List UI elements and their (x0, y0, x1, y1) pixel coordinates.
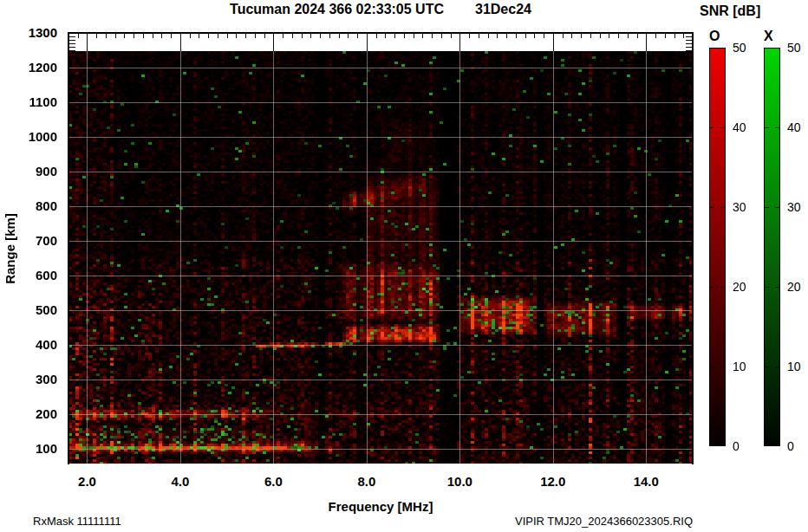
colorbar-tick-dash (775, 207, 779, 208)
colorbar-tick-label: 50 (787, 41, 808, 55)
colorbar-tick-dash (720, 127, 725, 128)
colorbar-title: SNR [dB] (700, 3, 760, 19)
colorbar-tick-dash (710, 287, 714, 288)
colorbar-tick-dash (720, 207, 725, 208)
colorbar-tick-label: 10 (787, 360, 808, 373)
x-tick-label: 14.0 (620, 474, 672, 490)
y-tick-label: 900 (12, 164, 57, 179)
colorbar-tick-label: 20 (787, 280, 808, 294)
x-axis-label: Frequency [MHz] (68, 499, 693, 514)
x-tick-label: 6.0 (247, 474, 299, 490)
plot-border-top (68, 32, 694, 34)
colorbar-tick-dash (765, 367, 769, 367)
colorbar-tick-label: 0 (787, 439, 808, 453)
colorbar-tick-label: 30 (787, 200, 808, 214)
ionogram-page: Tucuman 2024 366 02:33:05 UTC 31Dec24 13… (0, 0, 808, 532)
title-text: Tucuman 2024 366 02:33:05 UTC (230, 2, 444, 17)
x-tick-label: 8.0 (341, 474, 393, 490)
colorbar-o-label: O (709, 29, 720, 44)
x-tick-label: 2.0 (61, 474, 113, 490)
y-tick-label: 400 (12, 337, 57, 353)
colorbar-tick-label: 20 (733, 280, 759, 294)
colorbar-tick-dash (765, 207, 769, 208)
y-tick-label: 600 (12, 268, 57, 283)
colorbar-tick-dash (710, 127, 714, 128)
colorbar-tick-dash (720, 367, 725, 367)
colorbar-tick-label: 10 (733, 360, 759, 373)
x-tick-label: 4.0 (154, 474, 206, 490)
title-date: 31Dec24 (475, 2, 531, 17)
colorbar-x-label: X (764, 29, 773, 44)
colorbar-tick-label: 40 (733, 120, 759, 134)
colorbar-tick-dash (765, 127, 769, 128)
x-tick-label: 12.0 (527, 474, 579, 490)
colorbar-tick-label: 30 (733, 200, 759, 214)
y-axis-label: Range [km] (3, 213, 17, 284)
y-tick-label: 700 (12, 233, 57, 249)
colorbar-x-gradient (764, 48, 780, 446)
y-tick-label: 1100 (12, 94, 57, 110)
y-tick-label: 500 (12, 302, 57, 318)
y-tick-label: 300 (12, 372, 57, 387)
colorbar-tick-label: 0 (733, 439, 759, 453)
colorbar-tick-dash (710, 367, 714, 367)
y-tick-label: 100 (12, 441, 57, 457)
x-tick-label: 10.0 (433, 474, 485, 490)
ionogram-canvas (68, 33, 693, 464)
y-tick-label: 200 (12, 406, 57, 422)
y-tick-label: 1200 (12, 60, 57, 75)
colorbar-tick-dash (775, 127, 779, 128)
colorbar-tick-dash (765, 287, 769, 288)
rxmask-text: RxMask 11111111 (33, 515, 121, 528)
colorbar-tick-dash (710, 207, 714, 208)
plot-border-right (692, 32, 694, 464)
filename-text: VIPIR TMJ20_2024366023305.RIQ (503, 515, 693, 528)
colorbar-tick-dash (720, 287, 725, 288)
colorbar-tick-label: 40 (787, 120, 808, 134)
y-tick-label: 1000 (12, 129, 57, 145)
plot-title: Tucuman 2024 366 02:33:05 UTC 31Dec24 (68, 2, 693, 17)
plot-border-left (68, 32, 69, 464)
colorbar-o-gradient (709, 48, 726, 446)
y-tick-label: 800 (12, 198, 57, 214)
colorbar-tick-dash (775, 367, 779, 367)
colorbar-tick-label: 50 (733, 41, 759, 55)
colorbar-tick-dash (775, 287, 779, 288)
y-tick-label: 1300 (12, 25, 57, 41)
